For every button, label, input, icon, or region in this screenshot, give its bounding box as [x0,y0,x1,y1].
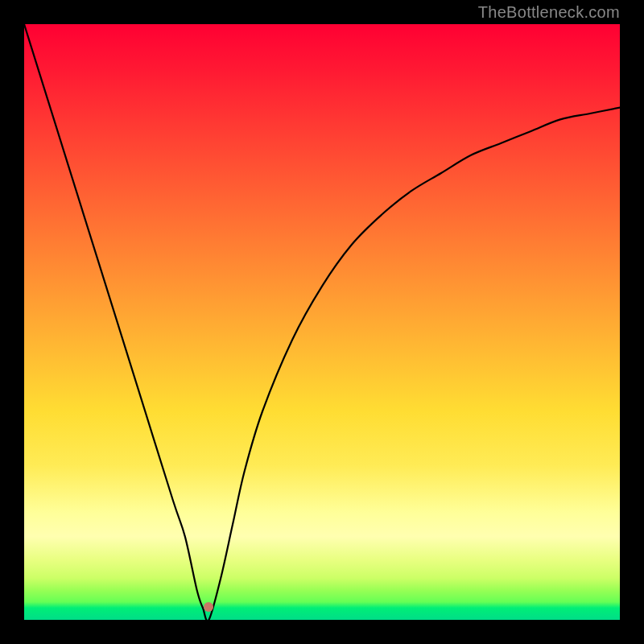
minimum-dot [204,602,213,612]
attribution-label: TheBottleneck.com [478,3,620,22]
curve-svg [24,24,620,620]
bottleneck-curve [24,24,620,620]
plot-area [24,24,620,620]
chart-container: TheBottleneck.com [0,0,644,644]
